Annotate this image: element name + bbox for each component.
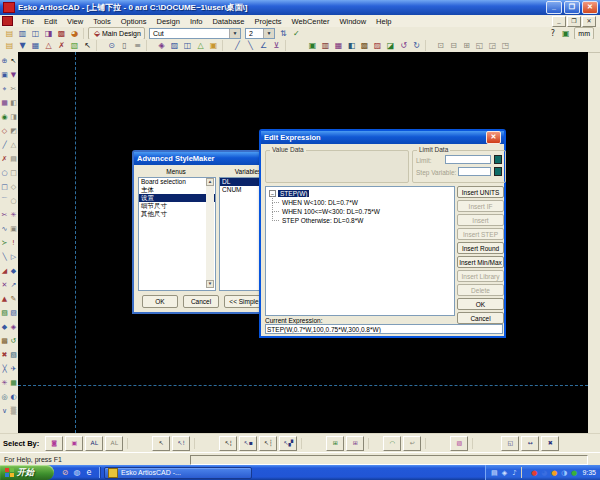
- main-design-button[interactable]: ⬙ Main Design: [88, 27, 145, 40]
- agent-tray-icon[interactable]: ●: [569, 469, 579, 477]
- erase-icon[interactable]: ✗: [0, 152, 9, 166]
- menu-item[interactable]: Design: [152, 17, 185, 26]
- menu-item[interactable]: Help: [371, 17, 396, 26]
- menu-item[interactable]: Edit: [39, 17, 62, 26]
- pointer-icon[interactable]: ↖: [9, 54, 18, 68]
- select-hatch-icon[interactable]: ▨: [450, 436, 468, 451]
- send-icon[interactable]: ✈: [9, 362, 18, 376]
- view-side-icon[interactable]: ⊟: [447, 40, 460, 51]
- alert-icon[interactable]: !: [9, 236, 18, 250]
- units-button[interactable]: mm: [574, 27, 594, 40]
- view-grid-icon[interactable]: ⊞: [460, 40, 473, 51]
- save-icon[interactable]: ▥: [16, 28, 29, 39]
- scroll-down-icon[interactable]: ▼: [206, 280, 214, 288]
- export-icon[interactable]: ▦: [29, 40, 42, 51]
- tree-root-label[interactable]: STEP(W): [278, 190, 309, 197]
- select-dashed-icon[interactable]: ↖┆: [259, 436, 277, 451]
- half-left-icon[interactable]: ◧: [9, 96, 18, 110]
- new-from-standard-icon[interactable]: ▤: [3, 40, 16, 51]
- select-cross-icon[interactable]: ✖: [541, 436, 559, 451]
- board-icon[interactable]: ▣: [207, 40, 220, 51]
- view-corner2-icon[interactable]: ◲: [486, 40, 499, 51]
- dialog-close-button[interactable]: ✕: [486, 131, 501, 144]
- intersect-icon[interactable]: ✕: [0, 278, 9, 292]
- line-icon[interactable]: ╱: [231, 40, 244, 51]
- triangle-icon[interactable]: △: [9, 138, 18, 152]
- dropdown-arrow-icon[interactable]: ▼: [263, 29, 274, 38]
- stylemaker-simple-button[interactable]: << Simple: [224, 295, 264, 308]
- child-minimize-button[interactable]: _: [552, 16, 566, 27]
- cross-tool-icon[interactable]: ╳: [0, 362, 9, 376]
- scroll-up-icon[interactable]: ▲: [206, 178, 214, 186]
- workspace-icon[interactable]: ▣: [559, 28, 572, 39]
- zoom-in-icon[interactable]: ⊕: [0, 54, 9, 68]
- select-by-point-icon[interactable]: ◙: [45, 436, 63, 451]
- insert-minmax-button[interactable]: Insert Min/Max: [457, 256, 504, 268]
- nest-icon[interactable]: ◧: [345, 40, 358, 51]
- delete-icon[interactable]: ✗: [55, 40, 68, 51]
- undo-icon[interactable]: ↺: [397, 40, 410, 51]
- tree-root-row[interactable]: − STEP(W): [266, 187, 454, 198]
- select-arc-icon[interactable]: ◠: [383, 436, 401, 451]
- menu-item[interactable]: View: [62, 17, 88, 26]
- flute-icon[interactable]: ◪: [384, 40, 397, 51]
- annotate-icon[interactable]: ✎: [9, 292, 18, 306]
- diamond-tool-icon[interactable]: ◆: [0, 320, 9, 334]
- menu-item[interactable]: Projects: [250, 17, 287, 26]
- trim-icon[interactable]: ✂: [0, 208, 9, 222]
- gem-icon[interactable]: ◈: [9, 320, 18, 334]
- bridge-icon[interactable]: ▨: [371, 40, 384, 51]
- select-icon[interactable]: ↖: [81, 40, 94, 51]
- angle-line-icon[interactable]: ∠: [257, 40, 270, 51]
- box-icon[interactable]: □: [9, 166, 18, 180]
- cancel-button[interactable]: Cancel: [457, 312, 504, 324]
- select-table-icon[interactable]: ⊞: [326, 436, 344, 451]
- menu-item[interactable]: Tools: [88, 17, 116, 26]
- printer-tray-icon[interactable]: ▤: [489, 469, 499, 477]
- step-variable-picker-button[interactable]: [494, 167, 502, 176]
- corner-shade-icon[interactable]: ◩: [9, 124, 18, 138]
- network-tray-icon[interactable]: ◑: [559, 469, 569, 477]
- hatch-tool-icon[interactable]: ▧: [0, 306, 9, 320]
- layout-icon[interactable]: ◨: [42, 28, 55, 39]
- ellipse-icon[interactable]: ○: [9, 194, 18, 208]
- star-icon[interactable]: ✳: [9, 208, 18, 222]
- dimension-icon[interactable]: ◈: [155, 40, 168, 51]
- menu-list-item[interactable]: Board selection: [139, 178, 215, 186]
- menu-list-item[interactable]: 主体: [139, 186, 215, 194]
- ime-tray-icon[interactable]: ●: [549, 469, 559, 477]
- select-stretch-icon[interactable]: ↔: [521, 436, 539, 451]
- child-restore-button[interactable]: ❐: [567, 16, 581, 27]
- view-corner-icon[interactable]: ◱: [473, 40, 486, 51]
- select-line-icon[interactable]: ↖¦: [219, 436, 237, 451]
- palette-icon[interactable]: ◕: [68, 28, 81, 39]
- internet-explorer-icon[interactable]: e: [83, 468, 95, 477]
- line-tool-icon[interactable]: ╱: [0, 138, 9, 152]
- redo-icon[interactable]: ↻: [410, 40, 423, 51]
- window-tile-icon[interactable]: ◫: [29, 28, 42, 39]
- menu-item[interactable]: Info: [185, 17, 208, 26]
- menu-list-item[interactable]: 其他尺寸: [139, 210, 215, 218]
- break-icon[interactable]: ✖: [0, 348, 9, 362]
- antivirus-tray-icon[interactable]: ●: [529, 469, 539, 477]
- sheet-icon[interactable]: ▦: [332, 40, 345, 51]
- counter-icon[interactable]: ▣: [306, 40, 319, 51]
- taskbar-task-button[interactable]: Esko ArtiosCAD -...: [104, 467, 252, 479]
- vee-tool-icon[interactable]: ∨: [0, 404, 9, 418]
- select-by-region-icon[interactable]: ▣: [65, 436, 83, 451]
- stylemaker-ok-button[interactable]: OK: [142, 295, 178, 308]
- close-button[interactable]: ✕: [582, 1, 598, 14]
- ring-tool-icon[interactable]: ◎: [0, 390, 9, 404]
- fill-icon[interactable]: ▧: [68, 40, 81, 51]
- select-fill-icon[interactable]: ↖▞: [279, 436, 297, 451]
- pattern-tool-icon[interactable]: ▩: [0, 334, 9, 348]
- page-icon[interactable]: ▯: [118, 40, 131, 51]
- limit-picker-button[interactable]: [494, 155, 502, 164]
- curve-tool-icon[interactable]: ∿: [0, 222, 9, 236]
- ok-button[interactable]: OK: [457, 298, 504, 310]
- circle-tool-icon[interactable]: ○: [0, 166, 9, 180]
- direction-icon[interactable]: ↗: [9, 278, 18, 292]
- reorder-icon[interactable]: ⇅: [277, 28, 290, 39]
- zoom-center-icon[interactable]: ⌖: [0, 82, 9, 96]
- open-icon[interactable]: ▤: [3, 28, 16, 39]
